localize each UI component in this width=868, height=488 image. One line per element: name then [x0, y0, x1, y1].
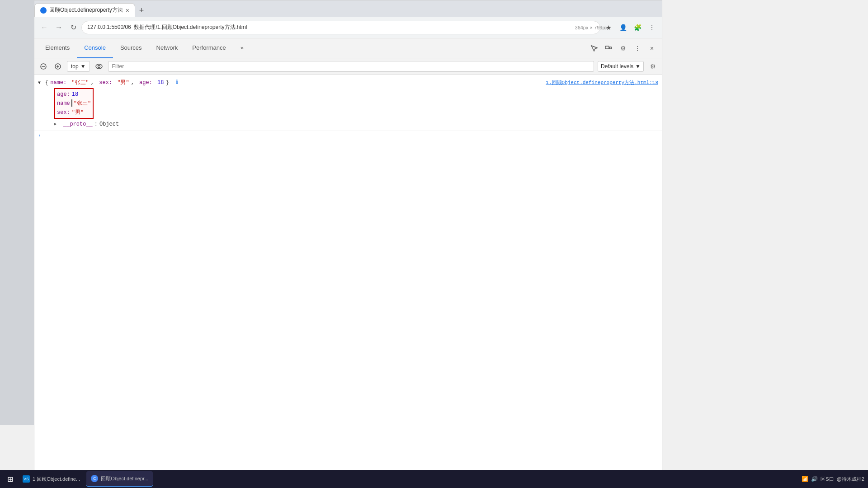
sidebar-text: 暂停: [0, 0, 17, 14]
context-value: top: [71, 63, 79, 70]
lang-indicator: 区S口: [821, 476, 834, 483]
prop-sex-value: "男": [72, 108, 84, 117]
active-tab[interactable]: 回顾Object.defineproperty方法 ×: [34, 3, 135, 17]
tab-close-button[interactable]: ×: [126, 7, 129, 14]
left-sidebar: 暂停: [0, 0, 34, 425]
prop-sex-row: sex: "男": [57, 108, 91, 117]
proto-row: ▶ __proto__ : Object: [54, 120, 658, 129]
tab-elements[interactable]: Elements: [38, 38, 77, 58]
source-link[interactable]: 1.回顾Object.defineproperty方法.html:18: [546, 78, 658, 87]
tab-performance[interactable]: Performance: [185, 38, 233, 58]
close-devtools-button[interactable]: ×: [646, 42, 658, 55]
taskbar-item-chrome[interactable]: C 回顾Object.definepr...: [86, 471, 153, 487]
console-input[interactable]: [43, 132, 658, 139]
live-expression-button[interactable]: [94, 61, 104, 72]
tab-bar: 回顾Object.defineproperty方法 × +: [34, 0, 662, 17]
svg-rect-0: [605, 46, 609, 49]
prop-sex-key: sex:: [57, 108, 70, 117]
prop-name-value: "张三": [74, 99, 91, 108]
context-selector[interactable]: top ▼: [67, 61, 90, 72]
svg-point-7: [96, 64, 102, 69]
more-options-icon[interactable]: ⋮: [631, 42, 644, 55]
expanded-properties: age: 18 name "张三" sex:: [54, 88, 658, 129]
log-levels-arrow: ▼: [635, 63, 641, 70]
devtools-panel: Elements Console Sources Network Perform…: [34, 38, 662, 488]
svg-rect-1: [609, 47, 612, 49]
info-icon[interactable]: ℹ: [176, 78, 178, 87]
object-content: {name: "张三", sex: "男", age: 18} ℹ 1.回顾Ob…: [45, 78, 658, 129]
address-text: 127.0.0.1:5500/06_数据代理/1.回顾Object.define…: [87, 23, 247, 31]
vscode-label: 1.回顾Object.define...: [33, 476, 80, 483]
prop-name-row: name "张三": [57, 99, 91, 108]
taskbar: ⊞ VS 1.回顾Object.define... C 回顾Object.def…: [0, 470, 868, 488]
console-output: ▼ {name: "张三", sex: "男", age: 18} ℹ: [34, 75, 662, 488]
tab-sources[interactable]: Sources: [113, 38, 149, 58]
browser-window: 回顾Object.defineproperty方法 × + ← → ↻ 127.…: [34, 0, 662, 488]
devtools-right-icons: ⚙ ⋮ ×: [588, 42, 658, 55]
console-input-line[interactable]: ›: [34, 131, 662, 140]
extension-button[interactable]: 🧩: [631, 21, 644, 34]
proto-key: __proto__: [63, 120, 93, 129]
profile-button[interactable]: 👤: [617, 21, 629, 34]
new-tab-button[interactable]: +: [135, 4, 148, 17]
start-button[interactable]: ⊞: [4, 473, 16, 485]
chrome-icon: C: [91, 475, 98, 482]
devtools-tab-bar: Elements Console Sources Network Perform…: [34, 38, 662, 58]
viewport-size: 364px × 799px: [575, 25, 608, 30]
console-toolbar: top ▼ Default levels ▼ ⚙: [34, 58, 662, 75]
back-button[interactable]: ←: [38, 21, 51, 34]
tab-more[interactable]: »: [233, 38, 251, 58]
console-object-entry: ▼ {name: "张三", sex: "男", age: 18} ℹ: [34, 76, 662, 131]
tab-console[interactable]: Console: [77, 38, 113, 58]
tab-network[interactable]: Network: [149, 38, 185, 58]
vscode-icon: VS: [23, 475, 30, 483]
volume-icon: 🔊: [811, 476, 818, 482]
proto-separator: :: [94, 120, 98, 129]
prop-name-key: name: [57, 99, 70, 108]
taskbar-item-vscode[interactable]: VS 1.回顾Object.define...: [18, 471, 85, 487]
device-toolbar-icon[interactable]: [602, 42, 615, 55]
inspect-element-icon[interactable]: [588, 42, 600, 55]
expand-arrow[interactable]: ▼: [38, 79, 43, 87]
tab-favicon: [40, 7, 47, 14]
proto-expand-arrow[interactable]: ▶: [54, 120, 60, 129]
prop-age-row: age: 18: [57, 90, 91, 99]
nav-right-icons: ★ 👤 🧩 ⋮: [602, 21, 658, 34]
prop-age-key: age:: [57, 90, 70, 99]
tab-title: 回顾Object.defineproperty方法: [49, 6, 123, 14]
address-bar[interactable]: 127.0.0.1:5500/06_数据代理/1.回顾Object.define…: [81, 21, 600, 34]
filter-input[interactable]: [108, 61, 594, 72]
properties-box: age: 18 name "张三" sex:: [54, 88, 94, 119]
system-tray: 📶 🔊 区S口 @待木成桂2: [802, 476, 864, 483]
filter-toggle-button[interactable]: [52, 61, 63, 72]
clear-console-button[interactable]: [38, 61, 49, 72]
proto-value: Object: [99, 120, 119, 129]
nav-bar: ← → ↻ 127.0.0.1:5500/06_数据代理/1.回顾Object.…: [34, 17, 662, 38]
console-settings-button[interactable]: ⚙: [647, 61, 658, 72]
input-chevron-icon: ›: [38, 133, 41, 138]
forward-button[interactable]: →: [52, 21, 65, 34]
svg-point-8: [98, 65, 100, 67]
object-summary: {name: "张三", sex: "男", age: 18} ℹ 1.回顾Ob…: [45, 78, 658, 87]
context-dropdown-icon: ▼: [80, 63, 86, 70]
reload-button[interactable]: ↻: [67, 21, 80, 34]
prop-age-value: 18: [72, 90, 78, 99]
chrome-label: 回顾Object.definepr...: [101, 475, 148, 482]
cursor-indicator: [71, 99, 72, 107]
log-levels-label: Default levels: [601, 63, 633, 70]
more-menu-button[interactable]: ⋮: [646, 21, 658, 34]
settings-icon[interactable]: ⚙: [617, 42, 629, 55]
log-levels-dropdown[interactable]: Default levels ▼: [598, 61, 644, 72]
user-name: @待木成桂2: [837, 476, 864, 483]
taskbar-right-area: 📶 🔊 区S口 @待木成桂2: [802, 476, 864, 483]
network-icon: 📶: [802, 476, 808, 482]
